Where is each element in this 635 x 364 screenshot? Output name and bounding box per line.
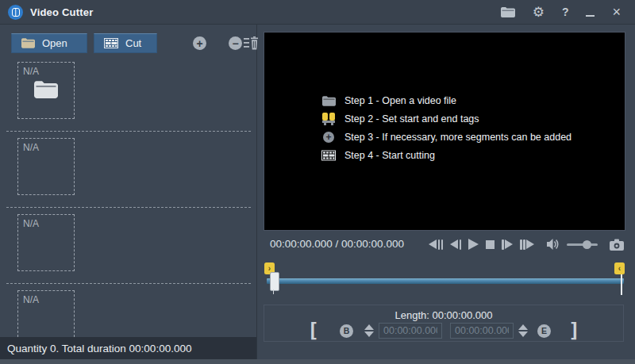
start-time-stepper[interactable]	[364, 324, 374, 337]
open-bracket: [	[307, 323, 319, 339]
volume-slider[interactable]	[567, 239, 598, 250]
segment-label: N/A	[23, 142, 39, 153]
segment-item-4[interactable]: N/A	[17, 290, 75, 337]
segment-label: N/A	[23, 218, 39, 229]
step-text: Step 3 - If necessary, more segments can…	[344, 132, 572, 143]
step-1: Step 1 - Open a video file	[321, 94, 572, 107]
instruction-steps: Step 1 - Open a video file Step 2 - Set …	[321, 94, 572, 162]
segment-item-3[interactable]: N/A	[17, 214, 75, 271]
step-back-keyframe-button[interactable]	[429, 239, 443, 250]
remove-segment-button[interactable]: −	[229, 36, 242, 50]
end-time-stepper[interactable]	[518, 324, 528, 337]
segment-label: N/A	[23, 294, 39, 305]
segment-divider	[6, 283, 251, 284]
seek-thumb-tick	[273, 289, 274, 294]
step-2: Step 2 - Set start and end tags	[321, 113, 572, 125]
segment-item-2[interactable]: N/A	[17, 138, 75, 195]
end-badge[interactable]: E	[537, 324, 551, 338]
step-forward-keyframe-button[interactable]	[520, 239, 534, 250]
spin-down-icon	[364, 331, 374, 337]
settings-gear-icon[interactable]: ⚙	[533, 6, 545, 19]
film-icon	[321, 149, 336, 162]
end-tag-arrow: ‹	[618, 265, 621, 273]
step-text: Step 2 - Set start and end tags	[344, 113, 479, 125]
step-forward-frame-button[interactable]	[502, 239, 513, 250]
cut-range-row: [ B E ]	[264, 323, 623, 339]
spin-down-icon	[518, 331, 528, 337]
step-4: Step 4 - Start cutting	[321, 149, 572, 162]
clear-list-button[interactable]	[244, 36, 258, 53]
add-segment-button[interactable]: +	[193, 36, 206, 50]
titlebar-actions: ⚙ ? ×	[501, 5, 635, 19]
segment-divider	[6, 207, 251, 208]
close-bracket: ]	[568, 323, 580, 339]
clear-list-trash-icon	[244, 36, 258, 50]
folder-icon	[21, 38, 35, 48]
end-tag-marker[interactable]: ‹	[614, 262, 625, 274]
begin-badge[interactable]: B	[340, 324, 353, 338]
play-button[interactable]	[468, 239, 479, 250]
spin-up-icon	[364, 324, 374, 330]
folder-icon	[321, 94, 336, 107]
tags-icon	[321, 113, 336, 125]
step-back-frame-button[interactable]	[450, 239, 461, 250]
step-3: + Step 3 - If necessary, more segments c…	[321, 131, 572, 144]
step-text: Step 4 - Start cutting	[344, 150, 435, 161]
seek-thumb[interactable]	[270, 272, 279, 291]
video-display: Step 1 - Open a video file Step 2 - Set …	[264, 32, 625, 231]
camera-icon	[610, 239, 624, 251]
segment-item-1[interactable]: N/A	[17, 62, 75, 119]
close-button[interactable]: ×	[612, 5, 621, 19]
film-icon	[104, 38, 118, 48]
cut-range-panel: Length: 00:00:00.000 [ B E ]	[264, 305, 624, 342]
step-text: Step 1 - Open a video file	[344, 95, 456, 106]
status-bar: Quantity 0. Total duration 00:00:00.000	[0, 337, 256, 359]
window-bottom-edge	[0, 359, 635, 364]
begin-badge-label: B	[344, 326, 350, 335]
end-time-input[interactable]	[450, 323, 514, 339]
spin-up-icon	[518, 324, 528, 330]
end-badge-label: E	[541, 326, 547, 335]
folder-icon	[34, 81, 58, 102]
open-file-icon[interactable]	[501, 7, 515, 17]
open-button-label: Open	[42, 37, 67, 49]
minus-icon: −	[232, 38, 238, 49]
app-logo-icon	[8, 5, 23, 20]
title-bar: Video Cutter ⚙ ? ×	[0, 0, 635, 25]
snapshot-button[interactable]	[610, 239, 624, 250]
start-time-input[interactable]	[379, 323, 442, 339]
volume-slider-knob[interactable]	[583, 240, 591, 249]
status-text: Quantity 0. Total duration 00:00:00.000	[7, 343, 191, 354]
add-segment-icon: +	[321, 131, 336, 144]
segment-label: N/A	[23, 66, 39, 77]
cut-button-label: Cut	[125, 37, 141, 49]
end-position-line	[621, 274, 622, 295]
segment-divider	[6, 131, 251, 132]
minimize-button[interactable]	[586, 8, 595, 17]
seek-track[interactable]	[267, 278, 624, 284]
stop-button[interactable]	[486, 239, 495, 250]
open-button[interactable]: Open	[11, 33, 87, 53]
playback-time: 00:00:00.000 / 00:00:00.000	[270, 238, 404, 250]
transport-controls	[429, 236, 624, 252]
plus-icon: +	[196, 38, 202, 49]
start-tag-arrow: ›	[268, 265, 271, 273]
help-icon[interactable]: ?	[562, 6, 569, 18]
window-title: Video Cutter	[30, 6, 93, 18]
cut-button[interactable]: Cut	[94, 33, 157, 53]
volume-icon[interactable]	[546, 239, 560, 250]
